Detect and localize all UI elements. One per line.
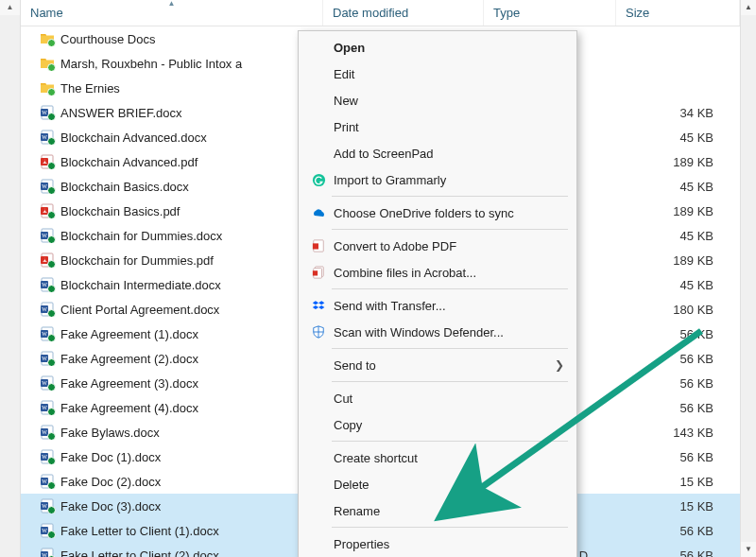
context-menu-item-label: Scan with Windows Defender... [334,325,564,339]
context-menu-item-rename[interactable]: Rename [300,497,576,524]
file-name-cell[interactable]: Marsh, Rouxbehn - Public Intox a [21,56,323,71]
context-menu-item-label: Send with Transfer... [334,299,564,313]
context-menu-item-edit[interactable]: Edit [300,61,576,87]
context-menu-separator [332,381,568,382]
file-size-cell: 56 KB [616,327,740,341]
context-menu-separator [332,348,568,349]
context-menu-item-add-to-screenpad[interactable]: Add to ScreenPad [300,140,576,166]
context-menu: OpenEditNewPrintAdd to ScreenPadImport t… [298,30,577,557]
context-menu-item-new[interactable]: New [300,87,576,113]
file-name-cell[interactable]: W Fake Doc (2).docx [21,474,323,489]
docx-icon: W [40,523,55,538]
file-size-cell: 56 KB [616,352,740,366]
file-name-label: The Ernies [60,81,120,96]
file-name-cell[interactable]: W Fake Agreement (2).docx [21,351,323,366]
context-menu-item-cut[interactable]: Cut [300,385,576,411]
file-name-label: Fake Bylaws.docx [60,426,160,440]
context-menu-item-label: Combine files in Acrobat... [334,266,564,280]
file-name-cell[interactable]: W Blockchain Basics.docx [21,179,323,194]
context-menu-item-label: Choose OneDrive folders to sync [334,206,564,220]
file-name-cell[interactable]: W Fake Bylaws.docx [21,425,323,440]
context-menu-separator [332,196,568,197]
sync-badge-icon [47,137,56,145]
file-name-cell[interactable]: The Ernies [21,80,323,96]
sync-badge-icon [47,63,56,71]
docx-icon: W [40,548,55,557]
column-header-size[interactable]: Size [616,0,740,26]
column-header-date[interactable]: Date modified [323,0,484,26]
dropbox-icon [307,297,330,314]
file-name-label: Fake Doc (2).docx [60,475,161,489]
context-menu-item-open[interactable]: Open [300,34,576,61]
file-name-cell[interactable]: W ANSWER BRIEF.docx [21,105,323,120]
sync-badge-icon [47,260,56,268]
column-header-type[interactable]: Type [484,0,616,26]
context-menu-item-send-with-transfer[interactable]: Send with Transfer... [300,292,576,319]
file-name-cell[interactable]: W Fake Letter to Client (2).docx [21,548,323,557]
docx-icon: W [40,228,55,243]
sync-badge-icon [47,383,56,391]
file-name-label: Blockchain Basics.docx [60,180,189,194]
svg-rect-56 [313,243,318,249]
file-name-cell[interactable]: Courthouse Docs [21,31,323,46]
docx-icon: W [40,179,55,194]
file-size-cell: 56 KB [616,376,740,391]
folder-icon [40,56,55,71]
context-menu-item-print[interactable]: Print [300,113,576,140]
file-name-cell[interactable]: W Fake Letter to Client (1).docx [21,523,323,538]
scroll-up-icon[interactable]: ▲ [741,0,756,15]
blank-icon [307,502,330,519]
file-name-cell[interactable]: W Fake Doc (3).docx [21,498,323,513]
context-menu-item-label: Delete [334,478,564,492]
file-size-cell: 56 KB [616,450,740,464]
sync-badge-icon [47,309,56,317]
context-menu-item-scan-with-windows-defender[interactable]: Scan with Windows Defender... [300,319,576,345]
file-name-cell[interactable]: Blockchain Basics.pdf [21,203,323,218]
file-name-cell[interactable]: W Blockchain Intermediate.docx [21,277,323,292]
file-name-cell[interactable]: W Fake Agreement (4).docx [21,400,323,415]
scroll-up-icon[interactable]: ▲ [0,0,20,15]
defender-icon [307,323,330,340]
context-menu-item-send-to[interactable]: Send to❯ [300,352,576,378]
file-name-cell[interactable]: Blockchain for Dummies.pdf [21,252,323,268]
left-scrollbar-gutter[interactable]: ▲ [0,0,21,557]
scroll-down-icon[interactable]: ▼ [741,542,756,557]
context-menu-item-combine-files-in-acrobat[interactable]: Combine files in Acrobat... [300,259,576,286]
context-menu-item-import-to-grammarly[interactable]: Import to Grammarly [300,166,576,193]
docx-icon: W [40,130,55,145]
pdf-icon [40,154,55,169]
context-menu-item-label: Edit [334,67,564,81]
sync-badge-icon [47,531,56,538]
blank-icon [307,357,330,374]
file-name-cell[interactable]: W Fake Agreement (1).docx [21,326,323,341]
file-size-cell: 45 KB [616,278,740,292]
file-size-cell: 15 KB [616,499,740,513]
blank-icon [307,535,330,552]
context-menu-item-choose-onedrive-folders-to-sync[interactable]: Choose OneDrive folders to sync [300,200,576,226]
blank-icon [307,65,330,82]
file-name-cell[interactable]: W Blockchain for Dummies.docx [21,228,323,243]
file-name-cell[interactable]: W Client Portal Agreement.docx [21,302,323,317]
context-menu-item-create-shortcut[interactable]: Create shortcut [300,444,576,471]
folder-icon [40,31,55,46]
context-menu-item-convert-to-adobe-pdf[interactable]: Convert to Adobe PDF [300,233,576,259]
sync-badge-icon [47,88,56,96]
file-name-label: Blockchain Advanced.docx [60,131,207,145]
file-name-label: Blockchain Intermediate.docx [60,278,221,292]
context-menu-item-delete[interactable]: Delete [300,471,576,497]
explorer-details-view: ▲ ▲ Name Date modified Type Size Courtho… [0,0,756,557]
file-name-cell[interactable]: Blockchain Advanced.pdf [21,154,323,169]
pdf-icon [40,203,55,218]
context-menu-item-properties[interactable]: Properties [300,531,576,557]
context-menu-item-label: Rename [334,504,564,518]
context-menu-item-copy[interactable]: Copy [300,411,576,438]
file-name-cell[interactable]: W Fake Agreement (3).docx [21,375,323,391]
context-menu-item-label: New [334,94,564,108]
file-name-cell[interactable]: W Fake Doc (1).docx [21,449,323,464]
blank-icon [307,145,330,162]
vertical-scrollbar[interactable]: ▲ ▼ [740,0,756,557]
file-name-cell[interactable]: W Blockchain Advanced.docx [21,130,323,145]
svg-rect-59 [313,270,318,275]
column-header-name[interactable]: ▲ Name [21,0,323,26]
docx-icon: W [40,425,55,440]
